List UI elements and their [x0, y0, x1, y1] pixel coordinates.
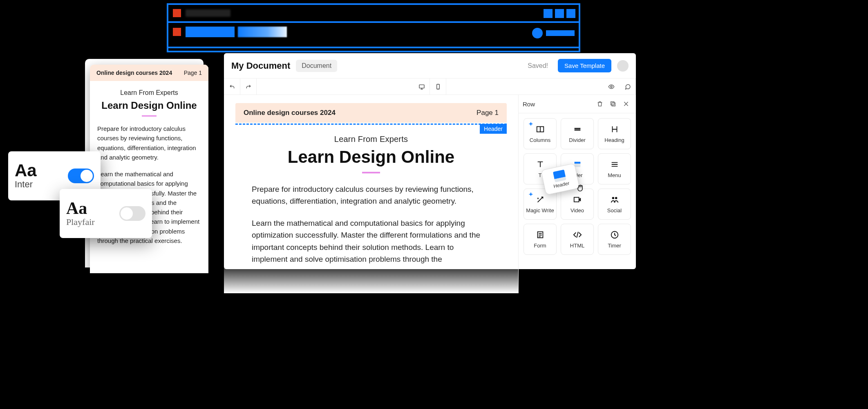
- font-toggle-playfair[interactable]: [119, 206, 145, 221]
- mobile-preview: Online design courses 2024 Page 1 Learn …: [90, 65, 208, 273]
- doc-paragraph-1[interactable]: Prepare for introductory calculus course…: [252, 183, 490, 207]
- block-social[interactable]: Social: [598, 189, 631, 220]
- mobile-overline: Learn From Experts: [97, 89, 201, 97]
- url-segment: [186, 27, 235, 37]
- window-close-icon[interactable]: [566, 9, 575, 18]
- document-header-bar[interactable]: Online design courses 2024 Page 1: [235, 103, 507, 123]
- form-icon: [536, 230, 545, 239]
- svg-point-2: [438, 88, 438, 88]
- block-label: Form: [534, 243, 546, 249]
- app-icon: [172, 27, 182, 37]
- svg-point-3: [611, 86, 612, 88]
- menu-icon: [610, 160, 619, 169]
- app-header: My Document Document Saved! Save Templat…: [224, 53, 636, 79]
- social-icon: [610, 195, 619, 204]
- block-divider[interactable]: Divider: [561, 118, 594, 149]
- svg-point-10: [612, 197, 614, 199]
- close-panel-button[interactable]: [620, 98, 632, 110]
- blocks-panel: Row Columns Divider: [518, 95, 636, 293]
- mobile-view-button[interactable]: [430, 79, 446, 95]
- window-max-icon[interactable]: [555, 9, 564, 18]
- block-label: Heading: [604, 137, 624, 143]
- doc-paragraph-2[interactable]: Learn the mathematical and computational…: [252, 217, 490, 265]
- block-timer[interactable]: Timer: [598, 224, 631, 255]
- block-label: Magic Write: [526, 207, 554, 213]
- font-sample: Aa: [66, 200, 95, 217]
- window-controls: [544, 9, 575, 18]
- font-toggle-inter[interactable]: [68, 169, 94, 183]
- svg-rect-9: [574, 197, 579, 202]
- mobile-header-bar: Online design courses 2024 Page 1: [90, 65, 208, 81]
- document-type-pill[interactable]: Document: [296, 60, 337, 72]
- comment-icon: [624, 83, 631, 90]
- comment-button[interactable]: [620, 79, 636, 95]
- doc-divider[interactable]: [362, 172, 380, 173]
- user-avatar[interactable]: [617, 60, 629, 72]
- grab-cursor-icon: [576, 183, 586, 193]
- undo-button[interactable]: [224, 79, 240, 95]
- svg-rect-0: [419, 85, 424, 88]
- fade-mask: [224, 261, 518, 293]
- browser-divider: [168, 47, 579, 51]
- close-icon: [623, 101, 629, 107]
- save-template-button[interactable]: Save Template: [558, 59, 611, 72]
- drop-indicator: Header: [235, 124, 507, 125]
- app-toolbar: [224, 79, 636, 95]
- doc-header-left: Online design courses 2024: [244, 109, 336, 117]
- selection-chip: Header: [480, 124, 507, 134]
- copy-icon: [610, 101, 616, 107]
- text-icon: [536, 160, 545, 169]
- code-icon: [573, 230, 582, 239]
- editor-app: My Document Document Saved! Save Templat…: [224, 53, 636, 269]
- save-status: Saved!: [528, 62, 548, 70]
- font-name: Playfair: [66, 217, 95, 227]
- url-segment-fuzz: [238, 27, 287, 37]
- block-label: Video: [570, 207, 584, 213]
- mobile-title: Learn Design Online: [97, 100, 201, 111]
- block-label: Social: [607, 207, 622, 213]
- font-sample: Aa: [15, 162, 37, 179]
- window-min-icon[interactable]: [544, 9, 553, 18]
- profile-name-placeholder: [546, 30, 575, 36]
- blocks-grid: Columns Divider Heading T ader: [519, 113, 636, 260]
- browser-chrome: [167, 3, 580, 52]
- block-columns[interactable]: Columns: [523, 118, 557, 149]
- doc-overline[interactable]: Learn From Experts: [252, 135, 490, 144]
- sparkle-icon: [526, 121, 535, 130]
- header-block-icon: [553, 170, 566, 179]
- doc-title[interactable]: Learn Design Online: [252, 147, 490, 167]
- app-body: Online design courses 2024 Page 1 Header…: [224, 95, 636, 293]
- block-menu[interactable]: Menu: [598, 153, 631, 184]
- svg-rect-4: [612, 103, 615, 106]
- block-label: Timer: [608, 243, 621, 249]
- desktop-view-button[interactable]: [414, 79, 430, 95]
- svg-rect-5: [611, 102, 614, 105]
- mobile-divider: [142, 115, 157, 117]
- preview-button[interactable]: [603, 79, 620, 95]
- block-heading[interactable]: Heading: [598, 118, 631, 149]
- favicon-icon: [172, 8, 182, 18]
- canvas[interactable]: Online design courses 2024 Page 1 Header…: [224, 95, 518, 293]
- font-card-playfair[interactable]: Aa Playfair: [60, 189, 152, 238]
- block-form[interactable]: Form: [523, 224, 557, 255]
- duplicate-button[interactable]: [607, 98, 619, 110]
- divider-icon: [573, 125, 582, 134]
- block-label: Menu: [608, 172, 621, 178]
- block-label: Columns: [530, 137, 550, 143]
- sparkle-icon: [526, 191, 535, 200]
- document-title[interactable]: My Document: [231, 61, 290, 71]
- tab-title-placeholder: [186, 9, 230, 17]
- block-label: HTML: [570, 243, 584, 249]
- panel-header: Row: [519, 95, 636, 113]
- delete-button[interactable]: [594, 98, 606, 110]
- svg-rect-7: [574, 162, 580, 164]
- mobile-header-left: Online design courses 2024: [96, 70, 172, 76]
- redo-icon: [245, 83, 252, 90]
- trash-icon: [597, 101, 603, 107]
- video-icon: [573, 195, 582, 204]
- redo-button[interactable]: [240, 79, 257, 95]
- block-html[interactable]: HTML: [561, 224, 594, 255]
- block-video[interactable]: Video: [561, 189, 594, 220]
- svg-point-11: [615, 197, 617, 199]
- font-name: Inter: [15, 179, 37, 190]
